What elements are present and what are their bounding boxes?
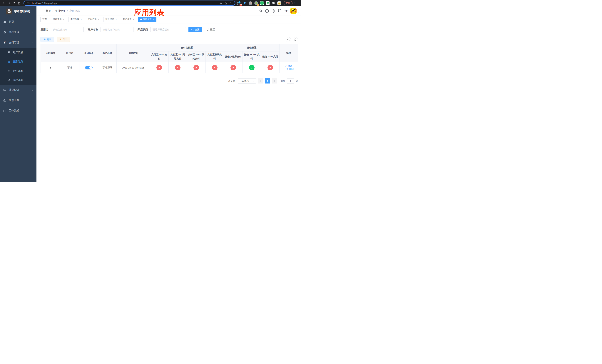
tab-label: 支付订单 [88, 18, 97, 21]
next-page-button[interactable] [272, 78, 277, 84]
col-create-time: 创建时间 [117, 44, 150, 62]
tab-close-icon[interactable]: × [98, 18, 99, 21]
goto-page: 前往 页 [280, 78, 298, 84]
avatar-caret-down-icon[interactable]: ▾ [298, 11, 299, 13]
browser-reload-button[interactable] [11, 0, 16, 6]
sidebar-submenu-payment: 商户信息 应用信息 支付订单 [0, 48, 36, 85]
dashboard-icon [3, 20, 6, 23]
tab-close-icon[interactable]: × [81, 18, 82, 21]
tab-process-form[interactable]: 流程表单× [51, 17, 66, 22]
page-size-select[interactable]: 10条/页 [238, 78, 256, 84]
fullscreen-icon[interactable] [277, 6, 283, 16]
cell-merchant-name: 芋道源码 [98, 62, 117, 73]
breadcrumb-separator: / [67, 10, 68, 12]
user-avatar[interactable] [290, 8, 297, 14]
tab-merchant-info[interactable]: 商户信息× [121, 17, 136, 22]
extension-badge: 10 [239, 4, 242, 6]
extension-chat-icon[interactable] [265, 1, 270, 6]
refresh-icon [207, 29, 209, 31]
breadcrumb-home[interactable]: 首页 [46, 9, 51, 13]
prev-page-button[interactable] [258, 78, 263, 84]
browser-profile-avatar[interactable] [277, 1, 281, 6]
page-number-1[interactable]: 1 [265, 78, 270, 84]
password-key-icon[interactable] [218, 1, 223, 5]
tab-close-icon[interactable]: × [133, 18, 134, 21]
browser-update-button[interactable]: 更新 [284, 1, 292, 5]
page-content: 应用名 商户名称 开启状态 请选择开启状态 搜索 [36, 23, 301, 84]
briefcase-icon [3, 109, 6, 112]
extensions-puzzle-icon[interactable] [271, 1, 276, 6]
tab-close-icon[interactable]: × [116, 18, 117, 21]
screen: localhost:1024/pay/app 10 ⌘ [0, 0, 301, 182]
reset-button[interactable]: 重置 [204, 27, 217, 32]
col-alipay-wap: 支付宝 WAP 网站支付 [187, 52, 206, 62]
sidebar-item-infrastructure[interactable]: 基础设施 [0, 85, 36, 95]
sidebar-item-merchant-info[interactable]: 商户信息 [0, 48, 36, 57]
table-row: 6 芋道 芋道源码 2021-10-23 08:49:25 × × × × × [41, 62, 298, 73]
tab-pay-orders[interactable]: 支付订单× [86, 17, 101, 22]
tab-refund-orders[interactable]: 退款订单× [103, 17, 119, 22]
help-icon[interactable] [270, 6, 277, 16]
extension-yuque-icon[interactable]: y [259, 1, 264, 6]
app-window: 芋道管理系统 首页 系统管理 ¥ 支付管理 [0, 6, 301, 182]
tab-close-icon[interactable]: × [153, 18, 154, 20]
breadcrumb-payment[interactable]: 支付管理 [55, 9, 65, 13]
url-path: :1024/pay/app [42, 2, 57, 4]
share-icon[interactable] [223, 1, 228, 5]
tab-close-icon[interactable]: × [63, 18, 64, 21]
browser-home-button[interactable] [16, 0, 22, 6]
edit-button[interactable]: 修改 [285, 64, 293, 68]
pagination: 共 1 条 10条/页 1 前往 页 [41, 78, 298, 84]
sidebar-item-refund-orders[interactable]: 退款订单 [0, 75, 36, 85]
tab-home[interactable]: 首页 [40, 17, 49, 22]
breadcrumb-current: 应用信息 [69, 9, 80, 13]
url-bar[interactable]: localhost:1024/pay/app [23, 0, 235, 6]
yen-circle-icon [7, 69, 10, 72]
goto-label: 前往 [280, 79, 285, 83]
col-wx-app: 微信 APP 支付 [261, 52, 280, 62]
merchant-name-input-wrap [100, 27, 133, 32]
delete-button[interactable]: 删除 [286, 68, 294, 71]
header-search-icon[interactable] [258, 6, 264, 16]
store-icon [7, 51, 10, 54]
browser-back-button[interactable] [1, 0, 6, 6]
sidebar-item-dev-tools[interactable]: 研发工具 [0, 95, 36, 106]
table-tools [284, 37, 298, 42]
extension-tabs-icon[interactable]: 10 [236, 1, 241, 6]
sidebar-item-pay-orders[interactable]: 支付订单 [0, 66, 36, 75]
app-name-input[interactable] [53, 28, 81, 31]
show-search-button[interactable] [286, 37, 291, 42]
status-cross-icon: × [156, 65, 162, 70]
export-button[interactable]: 导出 [57, 37, 70, 42]
add-button[interactable]: 新增 [41, 37, 54, 42]
sidebar-item-workflow[interactable]: 工作流程 [0, 106, 36, 116]
github-icon[interactable] [264, 6, 270, 16]
sidebar-collapse-icon[interactable] [39, 9, 43, 13]
sidebar-logo-row[interactable]: 芋道管理系统 [0, 6, 36, 17]
search-button-label: 搜索 [195, 28, 200, 31]
browser-forward-button[interactable] [6, 0, 11, 6]
search-button[interactable]: 搜索 [188, 27, 202, 32]
delete-label: 删除 [289, 68, 294, 71]
sidebar-item-app-info[interactable]: 应用信息 [0, 57, 36, 66]
bookmark-star-icon[interactable] [228, 1, 233, 5]
tab-user-group[interactable]: 用户分组× [68, 17, 84, 22]
open-status-select[interactable]: 请选择开启状态 [150, 27, 186, 32]
url-text[interactable]: localhost:1024/pay/app [32, 2, 218, 4]
extension-gem-icon[interactable] [242, 1, 247, 6]
sidebar-item-home[interactable]: 首页 [0, 17, 36, 27]
col-open-status: 开启状态 [79, 44, 98, 62]
site-info-icon[interactable] [26, 1, 31, 5]
extension-recorder-icon[interactable]: 1 [254, 1, 258, 6]
status-cross-icon: × [268, 65, 273, 70]
col-group-alipay: 支付宝配置 [150, 44, 224, 52]
browser-menu-kebab-icon[interactable]: ⋮ [294, 2, 296, 5]
merchant-name-input[interactable] [103, 28, 131, 31]
goto-page-input[interactable] [287, 78, 294, 84]
sidebar-item-payment[interactable]: ¥ 支付管理 [0, 37, 36, 48]
status-toggle-on[interactable] [85, 66, 93, 69]
refresh-table-button[interactable] [293, 37, 298, 42]
font-size-icon[interactable]: TT [283, 6, 289, 16]
extension-command-icon[interactable]: ⌘ [248, 1, 253, 6]
sidebar-item-system[interactable]: 系统管理 [0, 27, 36, 37]
